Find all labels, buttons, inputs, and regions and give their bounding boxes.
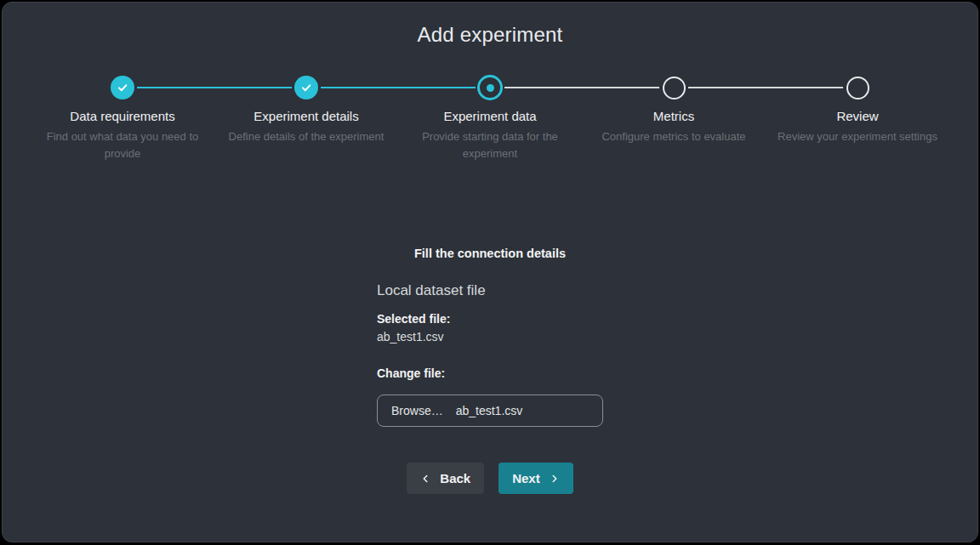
- chevron-left-icon: [420, 473, 430, 485]
- dataset-form: Local dataset file Selected file: ab_tes…: [377, 282, 603, 427]
- step-description: Define details of the experiment: [229, 128, 385, 145]
- step-indicator: [477, 75, 503, 100]
- step-title: Metrics: [653, 109, 694, 123]
- step-indicator: [294, 75, 318, 100]
- browse-button[interactable]: Browse…: [391, 404, 443, 417]
- back-button-label: Back: [440, 471, 470, 485]
- step-description: Configure metrics to evaluate: [601, 128, 745, 145]
- step-title: Experiment data: [443, 109, 536, 123]
- file-upload-input[interactable]: Browse… ab_test1.csv: [377, 395, 603, 427]
- step-indicator: [663, 75, 686, 100]
- next-button[interactable]: Next: [499, 463, 573, 494]
- step-description: Provide starting data for the experiment: [403, 128, 578, 162]
- current-step-dot: [487, 84, 494, 92]
- step-title: Experiment details: [254, 109, 358, 123]
- selected-file-value: ab_test1.csv: [377, 330, 603, 343]
- upcoming-step-icon: [846, 77, 869, 99]
- page-title: Add experiment: [3, 23, 977, 47]
- selected-file-label: Selected file:: [377, 312, 603, 326]
- step-description: Review your experiment settings: [778, 128, 937, 145]
- step-review[interactable]: Review Review your experiment settings: [766, 75, 949, 162]
- chevron-right-icon: [550, 473, 560, 485]
- current-step-icon: [477, 75, 503, 100]
- next-button-label: Next: [512, 471, 540, 485]
- file-input-filename: ab_test1.csv: [456, 404, 523, 417]
- check-icon: [294, 76, 318, 99]
- back-button[interactable]: Back: [407, 463, 484, 494]
- wizard-actions: Back Next: [3, 463, 977, 494]
- change-file-label: Change file:: [377, 366, 603, 380]
- form-heading: Fill the connection details: [3, 247, 977, 260]
- step-title: Data requirements: [70, 109, 174, 123]
- step-indicator: [111, 75, 134, 100]
- upcoming-step-icon: [663, 77, 686, 99]
- step-description: Find out what data you need to provide: [36, 128, 210, 162]
- section-title: Local dataset file: [377, 282, 603, 299]
- check-icon: [111, 76, 134, 99]
- add-experiment-dialog: Add experiment Data requirements Find ou…: [2, 2, 978, 542]
- step-title: Review: [836, 109, 878, 123]
- step-indicator: [846, 75, 869, 100]
- wizard-stepper: Data requirements Find out what data you…: [31, 75, 949, 162]
